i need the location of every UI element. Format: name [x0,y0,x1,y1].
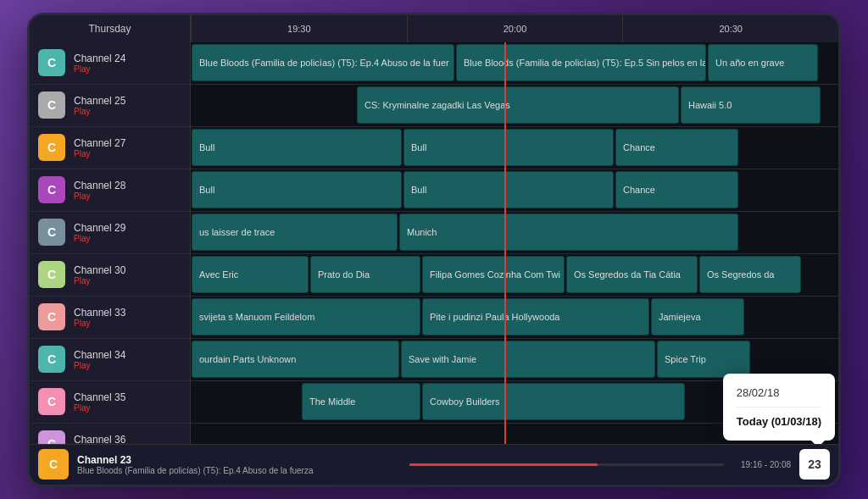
time-slot-2: 20:00 [407,15,623,42]
channel-name-ch34: Channel 34 [74,349,125,361]
bottom-bar: C Channel 23 Blue Bloods (Familia de pol… [30,444,838,485]
channel-name-ch36: Channel 36 [74,434,125,444]
program-ch27-0[interactable]: Bull [192,129,402,166]
channel-avatar-ch27: C [38,134,65,161]
calendar-button[interactable]: 23 [799,449,830,480]
channel-info-ch33: Channel 33 Play [74,307,125,328]
channel-avatar-ch35: C [38,388,65,415]
channel-info-ch24: Channel 24 Play [74,53,125,74]
date-option-1[interactable]: 28/02/18 [737,382,821,403]
program-ch33-2[interactable]: Jamiejeva [651,298,744,335]
progress-fill [409,463,598,466]
channel-info-ch35: Channel 35 Play [74,391,125,413]
channel-info-ch30: Channel 30 Play [74,264,125,286]
channel-row-ch25[interactable]: C Channel 25 Play [30,85,190,127]
channel-play-ch33[interactable]: Play [74,319,125,328]
date-popup-divider [737,407,821,408]
time-indicator [504,42,506,444]
channel-play-ch28[interactable]: Play [74,191,125,201]
program-ch29-1[interactable]: Munich [399,213,738,251]
channel-info-ch34: Channel 34 Play [74,349,125,370]
date-option-today[interactable]: Today (01/03/18) [737,411,821,432]
time-range: 19:16 - 20:08 [741,460,791,469]
program-ch34-1[interactable]: Save with Jamie [401,341,655,378]
channel-play-ch24[interactable]: Play [74,64,125,74]
programs-row-ch28: Bull Bull Chance [191,169,838,212]
channel-name-ch27: Channel 27 [74,137,125,149]
epg-container: Thursday 19:30 20:00 20:30 C Channel 24 … [30,15,838,485]
channel-info-ch28: Channel 28 Play [74,180,125,201]
program-ch30-2[interactable]: Filipa Gomes Cozinha Com Twi [422,256,565,293]
bottom-info: Channel 23 Blue Bloods (Familia de polic… [77,454,392,475]
program-ch30-1[interactable]: Prato do Dia [310,256,420,293]
channel-avatar-ch28: C [38,176,65,203]
program-ch28-1[interactable]: Bull [403,171,614,208]
program-ch34-2[interactable]: Spice Trip [657,341,750,378]
channel-name-ch24: Channel 24 [74,53,125,64]
programs-row-ch27: Bull Bull Chance [191,127,838,169]
channel-row-ch24[interactable]: C Channel 24 Play [30,42,190,85]
channel-play-ch25[interactable]: Play [74,107,125,116]
channel-avatar-ch24: C [38,49,65,76]
channel-avatar-ch33: C [38,303,65,330]
channel-play-ch29[interactable]: Play [74,234,125,243]
channel-row-ch36[interactable]: C Channel 36 Play [30,424,190,444]
time-slot-3: 20:30 [622,15,838,42]
program-ch30-0[interactable]: Avec Eric [192,256,309,293]
channel-info-ch27: Channel 27 Play [74,137,125,158]
program-ch25-1[interactable]: Hawaii 5.0 [681,86,821,124]
channel-row-ch33[interactable]: C Channel 33 Play [30,297,190,339]
channel-info-ch36: Channel 36 Play [74,434,125,444]
channel-info-ch25: Channel 25 Play [74,95,125,116]
program-ch33-0[interactable]: svijeta s Manuom Feildelom [192,298,420,335]
channel-row-ch30[interactable]: C Channel 30 Play [30,254,190,297]
program-ch24-0[interactable]: Blue Bloods (Familia de policías) (T5): … [192,44,454,81]
program-ch30-3[interactable]: Os Segredos da Tia Cátia [566,256,698,293]
channel-avatar-ch29: C [38,219,65,246]
channel-play-ch35[interactable]: Play [74,403,125,413]
program-ch24-1[interactable]: Blue Bloods (Familia de policías) (T5): … [456,44,706,81]
program-ch28-0[interactable]: Bull [192,171,402,208]
timeline-header: Thursday 19:30 20:00 20:30 [30,15,838,42]
programs-row-ch29: us laisser de trace Munich [191,212,838,254]
channel-name-ch28: Channel 28 [74,180,125,191]
program-ch30-4[interactable]: Os Segredos da [699,256,801,293]
program-ch33-1[interactable]: Pite i pudinzi Paula Hollywooda [422,298,649,335]
program-ch28-2[interactable]: Chance [615,171,738,208]
program-ch25-0[interactable]: CS: Kryminalne zagadki Las Vegas [357,86,679,124]
channel-avatar-ch34: C [38,346,65,373]
programs-row-ch24: Blue Bloods (Familia de policías) (T5): … [191,42,838,85]
channel-play-ch34[interactable]: Play [74,361,125,370]
programs-row-ch25: CS: Kryminalne zagadki Las Vegas Hawaii … [191,85,838,127]
programs-row-ch33: svijeta s Manuom Feildelom Pite i pudinz… [191,297,838,339]
device-frame: Thursday 19:30 20:00 20:30 C Channel 24 … [27,13,841,487]
program-ch27-2[interactable]: Chance [615,129,738,166]
date-popup: 28/02/18 Today (01/03/18) [723,374,835,441]
channel-name-ch25: Channel 25 [74,95,125,107]
channel-name-ch33: Channel 33 [74,307,125,319]
channel-play-ch30[interactable]: Play [74,276,125,286]
channel-row-ch34[interactable]: C Channel 34 Play [30,339,190,381]
channel-info-ch29: Channel 29 Play [74,222,125,243]
channel-play-ch27[interactable]: Play [74,149,125,158]
program-ch27-1[interactable]: Bull [403,129,614,166]
bottom-channel-avatar: C [38,449,69,480]
program-ch34-0[interactable]: ourdain Parts Unknown [192,341,399,378]
program-ch29-0[interactable]: us laisser de trace [192,213,398,251]
channel-name-ch29: Channel 29 [74,222,125,234]
program-ch35-0[interactable]: The Middle [302,383,420,420]
bottom-program-title: Blue Bloods (Familia de policías) (T5): … [77,466,392,475]
channel-avatar-ch30: C [38,261,65,288]
program-ch24-2[interactable]: Un año en grave [708,44,818,81]
channel-name-ch30: Channel 30 [74,264,125,276]
bottom-channel-name: Channel 23 [77,454,392,466]
channel-row-ch35[interactable]: C Channel 35 Play [30,381,190,424]
program-ch35-1[interactable]: Cowboy Builders [422,383,685,420]
channel-avatar-ch25: C [38,91,65,119]
day-label: Thursday [30,15,191,42]
channel-row-ch29[interactable]: C Channel 29 Play [30,212,190,254]
channel-row-ch27[interactable]: C Channel 27 Play [30,127,190,169]
programs-row-ch30: Avec Eric Prato do Dia Filipa Gomes Cozi… [191,254,838,297]
programs-grid: Blue Bloods (Familia de policías) (T5): … [191,42,838,444]
channel-row-ch28[interactable]: C Channel 28 Play [30,169,190,212]
